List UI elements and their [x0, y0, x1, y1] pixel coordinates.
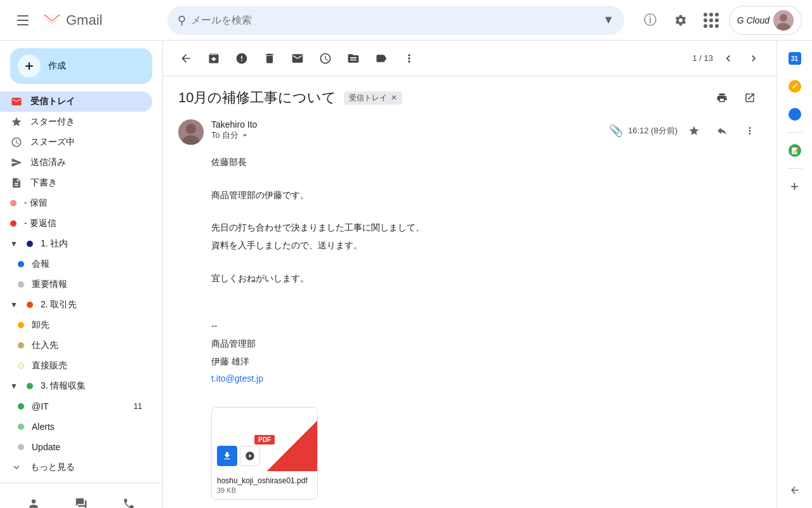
- sidebar-item-direct[interactable]: 直接販売: [8, 356, 152, 376]
- contacts-icon[interactable]: [21, 491, 46, 508]
- topbar-right: ⓘ G Cloud: [638, 6, 802, 35]
- reply-email-button[interactable]: [710, 119, 733, 142]
- report-spam-button[interactable]: [229, 46, 254, 71]
- email-subject-bar: 10月の補修工事について 受信トレイ ✕: [163, 76, 776, 114]
- search-expand-icon[interactable]: ▼: [603, 13, 614, 27]
- sidebar-item-kaiho[interactable]: 会報: [8, 254, 152, 274]
- calendar-panel-icon[interactable]: 31: [782, 46, 808, 71]
- contacts-badge: 👤: [789, 108, 801, 121]
- star-email-button[interactable]: [683, 119, 705, 142]
- help-button[interactable]: ⓘ: [638, 8, 663, 33]
- expand-more-icon: [10, 461, 23, 474]
- body-line-4: 資料を入手しましたので、送ります。: [211, 238, 761, 253]
- menu-button[interactable]: [10, 8, 36, 33]
- snooze-button[interactable]: [313, 46, 338, 71]
- sidebar-item-oroshi[interactable]: 卸先: [8, 315, 152, 335]
- gmail-logo: Gmail: [41, 9, 102, 32]
- sidebar-item-shanai[interactable]: ▼ 1. 社内: [0, 234, 152, 254]
- pdf-badge: PDF: [254, 435, 275, 444]
- sidebar-item-hoyu[interactable]: - 保留: [0, 193, 152, 213]
- sidebar-item-more[interactable]: もっと見る: [0, 457, 152, 478]
- archive-button[interactable]: [201, 46, 226, 71]
- sidebar-item-starred[interactable]: スター付き: [0, 112, 152, 132]
- contacts-panel-icon[interactable]: 👤: [782, 102, 808, 127]
- label-dot-henshin: [10, 220, 16, 227]
- tasks-panel-icon[interactable]: ✓: [782, 74, 808, 99]
- move-to-button[interactable]: [341, 46, 366, 71]
- g-cloud-button[interactable]: G Cloud: [729, 6, 802, 35]
- print-button[interactable]: [710, 86, 733, 109]
- search-input[interactable]: [191, 15, 598, 26]
- body-line-5: 宜しくおねがいします。: [211, 271, 761, 286]
- add-panel-button[interactable]: +: [782, 174, 808, 199]
- sidebar-item-torihikisaki[interactable]: ▼ 2. 取引先: [0, 295, 152, 315]
- svg-point-6: [186, 124, 196, 134]
- sidebar-item-alerts[interactable]: Alerts: [8, 417, 152, 437]
- attachment-open-button[interactable]: [240, 446, 260, 466]
- panel-collapse-button[interactable]: [782, 478, 808, 503]
- label-badge[interactable]: 受信トレイ ✕: [344, 91, 402, 105]
- to-expand-icon: [240, 130, 250, 140]
- search-inner: ⚲ ▼: [167, 6, 624, 35]
- gmail-icon: [41, 9, 63, 32]
- inbox-label: 受信トレイ: [30, 96, 142, 107]
- compose-button[interactable]: 作成: [10, 48, 152, 84]
- label-johoshushu: 3. 情報収集: [41, 380, 142, 392]
- draft-icon: [10, 177, 23, 189]
- sidebar-item-siire[interactable]: 仕入先: [8, 335, 152, 356]
- back-button[interactable]: [173, 46, 199, 71]
- body-line-3: 先日の打ち合わせで決まりました工事に関しまして、: [211, 220, 761, 236]
- more-actions-button[interactable]: [396, 46, 422, 71]
- label-at-it: @IT: [32, 401, 126, 411]
- to-line[interactable]: To 自分: [211, 130, 601, 141]
- sidebar-item-at-it[interactable]: @IT 11: [8, 396, 152, 417]
- expand-icon-shanai: ▼: [10, 239, 18, 248]
- sender-avatar-image: [178, 119, 204, 145]
- settings-button[interactable]: [668, 8, 693, 33]
- prev-email-button[interactable]: [716, 46, 741, 71]
- label-dot-hoyu: [10, 200, 16, 206]
- new-window-button[interactable]: [738, 86, 761, 109]
- attachment-download-button[interactable]: [217, 446, 237, 466]
- email-link[interactable]: t.ito@gtest.jp: [211, 373, 263, 384]
- sidebar-item-inbox[interactable]: 受信トレイ: [0, 91, 152, 112]
- gmail-label: Gmail: [66, 12, 102, 29]
- more-email-button[interactable]: [738, 119, 761, 142]
- attachment-card[interactable]: PDF hoshu_koji_oshirase01.pdf: [211, 407, 318, 500]
- body-sig-3: 伊藤 雄洋: [211, 354, 761, 370]
- at-it-badge: 11: [134, 402, 142, 411]
- search-bar: ⚲ ▼: [167, 6, 624, 35]
- mark-unread-button[interactable]: [285, 46, 310, 71]
- label-dot-siire: [18, 342, 24, 349]
- delete-button[interactable]: [257, 46, 282, 71]
- sidebar-item-drafts[interactable]: 下書き: [0, 173, 152, 193]
- sidebar-item-sent[interactable]: 送信済み: [0, 152, 152, 173]
- sidebar-item-update[interactable]: Update: [8, 437, 152, 457]
- keep-panel-icon[interactable]: 📝: [782, 138, 808, 163]
- body-line-2: 商品管理部の伊藤です。: [211, 188, 761, 203]
- email-subject-right: [710, 86, 761, 109]
- more-label: もっと見る: [30, 462, 142, 473]
- email-body: 佐藤部長 商品管理部の伊藤です。 先日の打ち合わせで決まりました工事に関しまして…: [163, 155, 776, 402]
- panel-divider-2: [787, 168, 802, 169]
- email-subject: 10月の補修工事について: [178, 88, 336, 107]
- body-sig-1: --: [211, 319, 761, 334]
- label-badge-text: 受信トレイ: [349, 93, 387, 104]
- sidebar-item-henshin[interactable]: - 要返信: [0, 213, 152, 234]
- sidebar-footer: [0, 483, 162, 508]
- compose-icon: [18, 55, 41, 77]
- label-badge-remove[interactable]: ✕: [391, 93, 397, 102]
- label-juyo: 重要情報: [32, 279, 142, 290]
- sidebar-item-snoozed[interactable]: スヌーズ中: [0, 132, 152, 152]
- chat-icon[interactable]: [69, 491, 94, 508]
- sidebar-item-johoshushu[interactable]: ▼ 3. 情報収集: [0, 376, 152, 396]
- toolbar-right: 1 / 13: [692, 46, 766, 71]
- next-email-button[interactable]: [741, 46, 766, 71]
- topbar: Gmail ⚲ ▼ ⓘ G Cloud: [0, 0, 812, 41]
- apps-button[interactable]: [698, 8, 724, 33]
- label-button[interactable]: [369, 46, 394, 71]
- sidebar-item-juyo[interactable]: 重要情報: [8, 274, 152, 295]
- email-time-area: 📎 16:12 (8分前): [609, 119, 761, 142]
- phone-icon[interactable]: [116, 491, 141, 508]
- body-line-1: 佐藤部長: [211, 155, 761, 170]
